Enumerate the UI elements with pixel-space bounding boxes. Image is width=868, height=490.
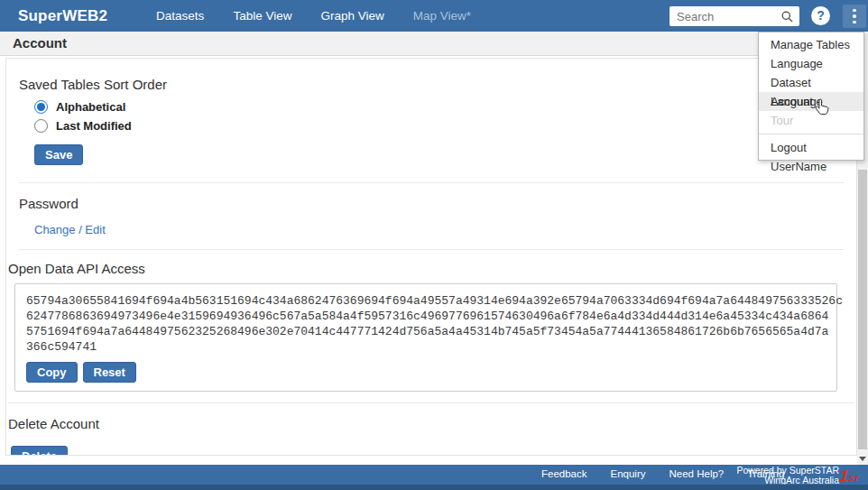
menu-item-logout[interactable]: Logout UserName [759, 138, 863, 157]
page-title-bar: Account [0, 32, 857, 56]
page-title: Account [13, 32, 67, 55]
nav-item-datasets[interactable]: Datasets [142, 9, 218, 23]
top-navbar: SuperWEB2 Datasets Table View Graph View… [0, 0, 868, 32]
change-password-link[interactable]: Change / Edit [34, 223, 106, 236]
menu-item-account[interactable]: Account [759, 92, 863, 111]
delete-account-heading: Delete Account [8, 416, 854, 431]
nav-item-table-view[interactable]: Table View [218, 9, 306, 23]
menu-separator [759, 134, 863, 134]
last-modified-label[interactable]: Last Modified [56, 119, 132, 133]
footer-bar: Feedback Enquiry Need Help? Training Pow… [0, 465, 868, 485]
radio-row-last-modified: Last Modified [34, 119, 844, 133]
section-api-access: Open Data API Access 65794a30655841694f6… [6, 250, 856, 403]
scrollbar-down-arrow-icon[interactable] [859, 457, 866, 461]
radio-row-alphabetical: Alphabetical [34, 100, 844, 114]
delete-button[interactable]: Delete [11, 446, 68, 456]
help-icon[interactable]: ? [811, 6, 830, 25]
kebab-dropdown-menu: Manage Tables Language Dataset Language … [758, 32, 864, 161]
api-token-actions: Copy Reset [26, 362, 826, 383]
menu-item-manage-tables[interactable]: Manage Tables [759, 35, 863, 54]
section-delete-account: Delete Account Delete [6, 403, 856, 456]
api-token-box: 65794a30655841694f694a4b563151694c434a68… [14, 283, 837, 392]
last-modified-radio[interactable] [34, 119, 48, 133]
hand-cursor-icon [813, 96, 833, 123]
search-input[interactable] [669, 10, 780, 23]
kebab-menu-icon[interactable] [843, 5, 866, 28]
api-token-line: 5751694f694a7a6448497562325268496e302e70… [26, 324, 826, 339]
section-sort-order: Saved Tables Sort Order Alphabetical Las… [6, 59, 856, 183]
footer-bottom-strip [0, 485, 868, 490]
main-nav: Datasets Table View Graph View Map View* [142, 9, 485, 23]
api-access-heading: Open Data API Access [8, 261, 854, 276]
copy-button[interactable]: Copy [26, 362, 78, 383]
footer-link-need-help[interactable]: Need Help? [669, 468, 725, 479]
alphabetical-radio[interactable] [34, 100, 48, 114]
sort-order-heading: Saved Tables Sort Order [19, 77, 844, 92]
menu-item-dataset-language[interactable]: Dataset Language [759, 73, 863, 92]
footer-link-enquiry[interactable]: Enquiry [611, 468, 646, 479]
api-token-line: 6247786863694973496e4e3159694936496c567a… [26, 309, 826, 324]
menu-item-tour: Tour [759, 111, 863, 130]
api-token-line: 65794a30655841694f694a4b563151694c434a68… [26, 293, 826, 309]
app-logo[interactable]: SuperWEB2 [18, 7, 107, 25]
search-box [669, 6, 799, 26]
search-icon[interactable] [780, 10, 794, 23]
save-button[interactable]: Save [34, 144, 83, 165]
nav-item-map-view[interactable]: Map View* [399, 9, 485, 23]
alphabetical-label[interactable]: Alphabetical [56, 100, 125, 114]
scrollbar-thumb[interactable] [858, 170, 867, 449]
section-password: Password Change / Edit [6, 183, 856, 250]
footer-link-feedback[interactable]: Feedback [541, 468, 587, 479]
password-heading: Password [19, 196, 844, 211]
powered-by-text: Powered by SuperSTAR WingArc Australia [736, 466, 839, 485]
account-panel: Saved Tables Sort Order Alphabetical Las… [5, 58, 857, 456]
wingarc-1st-logo-icon[interactable]: 1 ST [838, 467, 863, 484]
reset-button[interactable]: Reset [83, 362, 136, 383]
nav-item-graph-view[interactable]: Graph View [306, 9, 398, 23]
menu-item-language[interactable]: Language [759, 54, 863, 73]
api-token-line: 366c594741 [26, 339, 826, 355]
